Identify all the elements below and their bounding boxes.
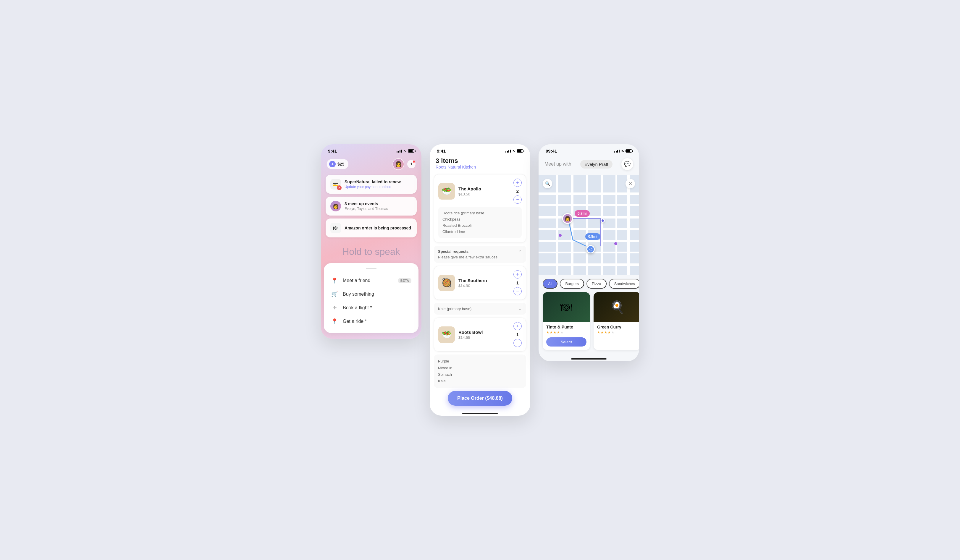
notification-payment[interactable]: 💳 ✕ SuperNatural failed to renew Update … <box>326 175 417 194</box>
notification-amazon[interactable]: 🍽 Amazon order is being processed <box>326 219 417 237</box>
battery-icon <box>408 149 414 152</box>
phone-screen-3: 09:41 ∿ Meet up with Evelyn Pratt 💬 <box>539 144 639 361</box>
green-curry-stars: ★ ★ ★ ★ ★ <box>597 331 637 334</box>
southern-name: The Southern <box>458 278 510 283</box>
time-3: 09:41 <box>546 149 557 154</box>
header-row: + $25 👩 1 <box>321 156 421 175</box>
battery-fill <box>408 150 413 152</box>
user-location-avatar: 👩 <box>562 213 573 224</box>
filter-burgers[interactable]: Burgers <box>560 279 584 289</box>
action-buy[interactable]: 🛒 Buy something <box>324 287 419 301</box>
apollo-image: 🥗 <box>438 183 455 200</box>
tinto-stars: ★ ★ ★ ★ ★ <box>546 331 586 334</box>
southern-image: 🥘 <box>438 275 455 291</box>
amazon-brand: Amazon <box>344 226 360 230</box>
phone-screen-2: 9:41 ∿ 3 items Roots Natural Kitchen <box>430 144 530 416</box>
amazon-title-suffix: order is being processed <box>362 226 411 230</box>
wifi-icon: ∿ <box>403 149 406 153</box>
roots-bowl-row: 🥗 Roots Bowl $14.55 + 1 − <box>438 322 522 347</box>
chevron-down-icon: ⌄ <box>518 306 522 311</box>
kale-base-text: Kale (primary base) <box>438 307 471 311</box>
cart-icon: 🛒 <box>331 291 338 298</box>
apollo-qty-control[interactable]: + 2 − <box>514 179 522 204</box>
restaurant-green-curry: 🍳 Green Curry ★ ★ ★ ★ ★ <box>594 292 639 350</box>
roots-bowl-image: 🥗 <box>438 326 455 343</box>
southern-qty-plus[interactable]: + <box>514 270 522 278</box>
bar3 <box>400 150 400 152</box>
roots-bowl-qty-plus[interactable]: + <box>514 322 522 330</box>
kale-dropdown[interactable]: Kale (primary base) ⌄ <box>434 303 526 315</box>
apollo-row: 🥗 The Apollo $13.50 + 2 − <box>438 179 522 204</box>
tinto-select-button[interactable]: Select <box>546 338 586 347</box>
roots-bowl-qty-minus[interactable]: − <box>514 339 522 347</box>
roots-bowl-qty-control[interactable]: + 1 − <box>514 322 522 347</box>
meetup-label: Meet up with <box>544 162 571 167</box>
user-avatar[interactable]: 👩 <box>392 158 404 170</box>
green-curry-img-placeholder: 🍳 <box>594 292 639 322</box>
bottom-bar-2 <box>430 409 530 416</box>
event-avatar-icon: 👩 <box>330 201 341 211</box>
star5: ★ <box>560 331 563 334</box>
map-search-button[interactable]: 🔍 <box>543 179 552 188</box>
credit-pill[interactable]: + $25 <box>327 159 349 169</box>
status-icons-2: ∿ <box>506 149 523 153</box>
time-2: 9:41 <box>437 149 446 154</box>
gc-star3: ★ <box>604 331 607 334</box>
order-count: 3 items <box>436 157 524 165</box>
action-flight[interactable]: ✈ Book a flight * <box>324 301 419 315</box>
roots-bowl-info: Roots Bowl $14.55 <box>458 330 510 340</box>
filter-sandwiches[interactable]: Sandwiches <box>609 279 639 289</box>
chat-button[interactable]: 💬 <box>621 158 633 170</box>
status-bar-1: 9:41 ∿ <box>321 144 421 156</box>
special-text: Please give me a few extra sauces <box>438 255 498 259</box>
notification-cards: 💳 ✕ SuperNatural failed to renew Update … <box>321 175 421 237</box>
apollo-qty-minus[interactable]: − <box>514 195 522 204</box>
header-right: 👩 1 <box>392 158 416 170</box>
action-meet-friend[interactable]: 📍 Meet a friend BETA <box>324 274 419 287</box>
payment-notif-content: SuperNatural failed to renew Update your… <box>344 179 401 189</box>
status-bar-2: 9:41 ∿ <box>430 144 530 156</box>
time-1: 9:41 <box>328 149 337 154</box>
buy-label: Buy something <box>343 291 374 297</box>
wifi-icon-2: ∿ <box>512 149 515 153</box>
special-requests-section[interactable]: Special requests Please give me a few ex… <box>434 246 526 263</box>
place-order-button[interactable]: Place Order ($48.88) <box>448 391 512 406</box>
meetup-person-chip[interactable]: Evelyn Pratt <box>580 160 613 168</box>
filter-pizza[interactable]: Pizza <box>586 279 606 289</box>
green-curry-image: 🍳 <box>594 292 639 322</box>
events-subtitle: Evelyn, Taylor, and Thomas <box>344 207 388 211</box>
apollo-qty-num: 2 <box>516 189 519 194</box>
flight-label: Book a flight * <box>343 305 372 310</box>
map-route-svg <box>539 175 639 275</box>
notification-badge[interactable]: 1 <box>407 160 416 168</box>
action-ride[interactable]: 📍 Get a ride * <box>324 315 419 328</box>
status-bar-3: 09:41 ∿ <box>539 144 639 156</box>
roots-bowl-price: $14.55 <box>458 335 510 340</box>
distance-badge-1: 0.7mi <box>574 210 590 217</box>
special-content: Special requests Please give me a few ex… <box>438 249 498 259</box>
screens-container: 9:41 ∿ + $25 👩 <box>321 144 639 416</box>
apollo-info: The Apollo $13.50 <box>458 186 510 196</box>
notification-events[interactable]: 👩 3 meet up events Evelyn, Taylor, and T… <box>326 197 417 216</box>
order-header: 3 items Roots Natural Kitchen <box>430 156 530 174</box>
bar4 <box>401 150 402 152</box>
meet-friend-label: Meet a friend <box>343 278 370 283</box>
credit-amount: $25 <box>338 162 344 166</box>
map-container: 🔍 ✕ 👩 0.7mi 0.8mi ◁ <box>539 175 639 275</box>
roots-bowl-qty-num: 1 <box>516 332 519 337</box>
hold-to-speak: Hold to speak <box>321 237 421 263</box>
apollo-price: $13.50 <box>458 192 510 196</box>
map-close-button[interactable]: ✕ <box>626 179 635 188</box>
signal-icon-2 <box>506 150 511 152</box>
red-dot <box>413 160 415 163</box>
ride-label: Get a ride * <box>343 319 367 324</box>
southern-qty-minus[interactable]: − <box>514 287 522 295</box>
amazon-title: Amazon order is being processed <box>344 226 411 230</box>
wifi-icon-3: ∿ <box>621 149 624 153</box>
apollo-qty-plus[interactable]: + <box>514 179 522 187</box>
southern-qty-control[interactable]: + 1 − <box>514 270 522 295</box>
order-restaurant: Roots Natural Kitchen <box>436 165 524 170</box>
filter-all[interactable]: All <box>543 279 557 289</box>
star4: ★ <box>557 331 560 334</box>
gc-star1: ★ <box>597 331 600 334</box>
